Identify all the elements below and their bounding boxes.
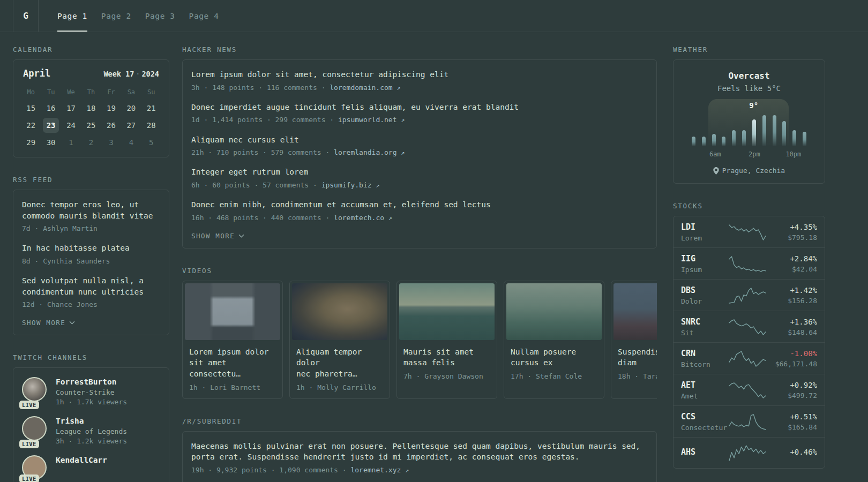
channel-name-link[interactable]: Trisha [56, 417, 127, 425]
video-title-link[interactable]: Mauris sit amet massa felis [403, 347, 490, 368]
video-title-link[interactable]: Lorem ipsum dolor sit amet consectetu… [189, 347, 276, 380]
calendar-day: 25 [81, 117, 101, 133]
stocks-widget: STOCKS LDI Lorem +4.35% $795.18 IIG Ipsu… [673, 202, 825, 469]
hackernews-widget: HACKER NEWS Lorem ipsum dolor sit amet, … [182, 46, 657, 248]
video-title-link[interactable]: Aliquam tempor dolor nec pharetra… [296, 347, 383, 380]
nav-page-tab-label: Page 4 [189, 12, 219, 20]
story-title-link[interactable]: Lorem ipsum dolor sit amet, consectetur … [191, 69, 648, 80]
twitch-channel-row[interactable]: LIVE ForrestBurton Counter-Strike 1h · 1… [22, 377, 160, 406]
story-domain-link[interactable]: loremtech.co ↗ [334, 214, 392, 222]
video-card[interactable]: Suspendisse diam 18h · Tara [611, 281, 657, 399]
video-title-link[interactable]: Nullam posuere cursus ex [511, 347, 597, 368]
story-domain: ipsumworld.net [338, 116, 397, 124]
external-link-icon: ↗ [388, 214, 392, 222]
stock-sparkline [728, 349, 767, 368]
story-stats: 16h · 468 points · 440 comments · [191, 214, 334, 222]
subreddit-widget-header: /R/SUBREDDIT [182, 417, 657, 425]
channel-name-link[interactable]: KendallCarr [56, 456, 107, 464]
subreddit-post-list: Maecenas mollis pulvinar erat non posuer… [191, 441, 648, 475]
calendar-day: 26 [101, 117, 121, 133]
story-item: Integer eget rutrum lorem 6h · 60 points… [191, 167, 648, 190]
stock-change-percent: +1.42% [772, 286, 817, 295]
story-domain-link[interactable]: loremdomain.com ↗ [330, 84, 400, 92]
top-nav: G Page 1 Page 2 Page 3 Page 4 [0, 0, 868, 32]
video-thumbnail [185, 283, 280, 340]
video-card[interactable]: Aliquam tempor dolor nec pharetra… 1h · … [289, 281, 390, 399]
rss-item-title-link[interactable]: In hac habitasse platea [22, 243, 160, 254]
rss-show-more-button[interactable]: SHOW MORE [22, 319, 160, 327]
twitch-channel-row[interactable]: LIVE Trisha League of Legends 3h · 1.2k … [22, 416, 160, 445]
weather-time-labels: 6am 2pm 10pm [691, 150, 807, 159]
story-title-link[interactable]: Integer eget rutrum lorem [191, 167, 648, 178]
stock-sparkline [728, 318, 767, 337]
nav-page-tab[interactable]: Page 2 [94, 0, 138, 32]
twitch-channel-row[interactable]: LIVE KendallCarr [22, 455, 160, 480]
weather-widget-header: WEATHER [673, 46, 825, 54]
stock-price: $499.72 [772, 391, 817, 400]
page-tabs: Page 1 Page 2 Page 3 Page 4 [50, 0, 226, 32]
weather-bar [732, 130, 736, 146]
hackernews-show-more-button[interactable]: SHOW MORE [191, 232, 648, 240]
calendar-day: 15 [21, 100, 41, 116]
video-title-line2: diam [618, 357, 657, 368]
weather-bar [692, 137, 695, 146]
channel-name-link[interactable]: ForrestBurton [56, 378, 127, 386]
twitch-widget-header: TWITCH CHANNELS [13, 353, 169, 362]
story-title-link[interactable]: Maecenas mollis pulvinar erat non posuer… [191, 441, 648, 463]
nav-page-tab-label: Page 3 [145, 12, 175, 20]
calendar-day: 22 [21, 117, 41, 133]
stock-sparkline [728, 223, 767, 242]
twitch-channel-list: LIVE ForrestBurton Counter-Strike 1h · 1… [22, 377, 160, 480]
weather-bar [792, 130, 796, 146]
story-domain: ipsumify.biz [321, 181, 372, 189]
calendar-day: 4 [121, 134, 141, 150]
video-title-line1: Nullam posuere [511, 347, 597, 358]
story-domain-link[interactable]: ipsumworld.net ↗ [338, 116, 405, 124]
weather-hourly-chart: 9° [691, 113, 807, 146]
rss-item-title-link[interactable]: Donec tempor eros leo, ut commodo mauris… [22, 199, 160, 221]
story-title-link[interactable]: Aliquam nec cursus elit [191, 134, 648, 146]
week-number: Week 17 [103, 70, 134, 78]
stock-sparkline [728, 381, 767, 400]
stock-change-percent: +0.51% [772, 412, 817, 421]
stock-price: $795.18 [772, 234, 817, 242]
video-card[interactable]: Mauris sit amet massa felis 7h · Grayson… [396, 281, 497, 399]
story-domain: loremlandia.org [334, 148, 396, 156]
video-thumbnail [292, 283, 387, 340]
video-card[interactable]: Lorem ipsum dolor sit amet consectetu… 1… [182, 281, 283, 399]
story-item: Donec enim nibh, condimentum et accumsan… [191, 199, 648, 223]
weather-location[interactable]: Prague, Czechia [681, 167, 817, 175]
video-card[interactable]: Nullam posuere cursus ex 17h · Stefan Co… [504, 281, 604, 399]
stock-name: Consectetur [681, 424, 728, 432]
calendar-widget-header: CALENDAR [13, 46, 169, 54]
rss-item-title-link[interactable]: Sed volutpat nulla nisl, a condimentum n… [22, 275, 160, 297]
live-badge: LIVE [19, 440, 39, 448]
calendar-day: 3 [101, 134, 121, 150]
story-domain-link[interactable]: ipsumify.biz ↗ [321, 181, 380, 189]
rss-widget-header: RSS FEED [13, 176, 169, 184]
calendar-day-headers: Mo Tu We Th Fr Sa Su [21, 85, 161, 100]
stock-row: IIG Ipsum +2.84% $42.04 [674, 247, 825, 279]
stock-sparkline [728, 443, 767, 463]
stock-row: AHS +0.46% [674, 437, 825, 468]
calendar-widget: CALENDAR April Week 17·2024 Mo Tu We Th … [13, 46, 169, 157]
calendar-day: 17 [61, 100, 81, 116]
story-title-link[interactable]: Donec enim nibh, condimentum et accumsan… [191, 199, 648, 210]
stock-symbol: AET [681, 380, 728, 390]
nav-page-tab[interactable]: Page 3 [138, 0, 182, 32]
nav-page-tab[interactable]: Page 1 [50, 0, 94, 32]
story-domain-link[interactable]: loremlandia.org ↗ [334, 148, 405, 156]
story-title-link[interactable]: Donec imperdiet augue tincidunt felis al… [191, 102, 648, 113]
nav-page-tab[interactable]: Page 4 [182, 0, 226, 32]
stock-symbol: DBS [681, 285, 728, 295]
story-stats: 1d · 1,414 points · 299 comments · [191, 116, 338, 124]
app-logo[interactable]: G [13, 0, 39, 32]
stock-sparkline [728, 254, 767, 274]
stock-row: SNRC Sit +1.36% $148.64 [674, 311, 825, 342]
story-domain-link[interactable]: loremnet.xyz ↗ [350, 466, 409, 474]
video-title-link[interactable]: Suspendisse diam [618, 347, 657, 368]
calendar-day: 20 [121, 100, 141, 116]
stock-price: $156.28 [772, 297, 817, 305]
story-stats: 21h · 710 points · 579 comments · [191, 148, 334, 156]
calendar-weekday-header: Tu [41, 85, 61, 100]
